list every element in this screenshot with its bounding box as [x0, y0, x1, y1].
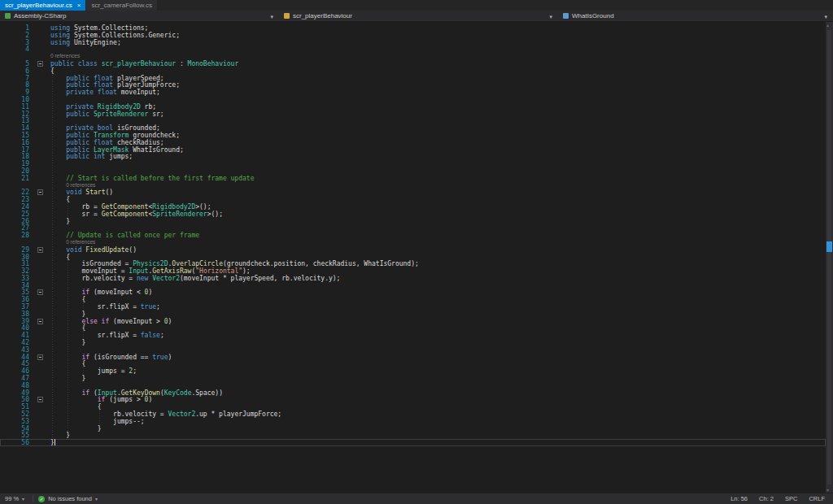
code-text: public class scr_playerBehaviour : MonoB… — [50, 60, 238, 67]
fold-margin — [29, 289, 50, 296]
tab-scr-camerafollow[interactable]: scr_cameraFollow.cs — [86, 0, 157, 11]
indent-guide — [68, 275, 68, 282]
code-row: 26 } — [0, 218, 826, 225]
fold-collapse-icon[interactable] — [37, 247, 43, 253]
fold-collapse-icon[interactable] — [37, 354, 43, 360]
chevron-down-icon — [270, 13, 273, 20]
indent-guide — [68, 354, 68, 361]
indent-guide — [68, 303, 68, 311]
code-row: 38 } — [0, 311, 826, 318]
line-number: 14 — [0, 124, 29, 132]
code-text: jumps = 2; — [50, 367, 137, 375]
code-text: rb.velocity = Vector2.up * playerJumpFor… — [50, 411, 281, 418]
issues-indicator[interactable]: No issues found — [38, 495, 98, 502]
type-dropdown[interactable]: scr_playerBehaviour — [279, 11, 558, 21]
indent-guide — [52, 396, 53, 403]
eol-indicator[interactable]: CRLF — [809, 495, 825, 502]
code-row: 46 jumps = 2; — [0, 367, 826, 375]
indent-guide — [68, 324, 68, 332]
line-number: 53 — [0, 418, 29, 425]
code-text: { — [50, 196, 70, 203]
indent-guide — [52, 403, 53, 411]
code-text: private float moveInput; — [50, 89, 160, 96]
fold-collapse-icon[interactable] — [37, 189, 43, 195]
indent-guide — [52, 96, 53, 103]
line-number: 24 — [0, 203, 29, 211]
codelens-references-link[interactable]: 0 references — [66, 239, 95, 246]
code-text: using UnityEngine; — [50, 39, 121, 46]
code-text: void Start() — [50, 189, 113, 196]
line-number: 32 — [0, 267, 29, 275]
indent-guide — [52, 303, 53, 311]
indent-guide — [52, 375, 53, 382]
fold-collapse-icon[interactable] — [37, 61, 43, 67]
code-row: 12 public SpriteRenderer sr; — [0, 111, 826, 118]
code-row: 30 { — [0, 254, 826, 261]
code-editor[interactable]: 1using System.Collections;2using System.… — [0, 22, 826, 493]
line-number: 44 — [0, 354, 29, 361]
indent-guide — [52, 111, 53, 118]
code-row: 11 private Rigidbody2D rb; — [0, 103, 826, 111]
indent-guide — [52, 189, 53, 196]
code-text: public float playerJumpForce; — [50, 81, 180, 89]
code-text: public float checkRadius; — [50, 139, 164, 146]
fold-margin — [29, 189, 50, 196]
codelens-references-link[interactable]: 0 references — [50, 53, 80, 60]
code-row: 47 } — [0, 375, 826, 382]
indent-guide — [99, 411, 100, 418]
code-row: 23 { — [0, 196, 826, 203]
fold-margin — [29, 318, 50, 325]
indent-guide — [52, 339, 53, 346]
codelens-row: 0 references — [0, 182, 826, 189]
code-text: } — [50, 218, 70, 225]
code-row: 32 moveInput = Input.GetAxisRaw("Horizon… — [0, 267, 826, 275]
indent-guide — [52, 203, 53, 211]
line-number: 37 — [0, 303, 29, 311]
tab-scr-playerbehaviour[interactable]: scr_playerBehaviour.cs — [0, 0, 85, 11]
indent-guide — [52, 182, 53, 189]
indent-guide — [52, 346, 53, 354]
line-number: 11 — [0, 103, 29, 111]
code-row: 39 else if (moveInput > 0) — [0, 318, 826, 325]
project-dropdown[interactable]: Assembly-CSharp — [0, 11, 279, 21]
indent-guide — [68, 367, 68, 375]
scrollbar-thumb[interactable] — [827, 30, 831, 484]
indent-guide — [52, 367, 53, 375]
code-text: private bool isGrounded; — [50, 124, 160, 132]
indent-guide — [52, 196, 53, 203]
indent-guide — [52, 124, 53, 132]
fold-collapse-icon[interactable] — [37, 319, 43, 324]
indent-guide — [52, 132, 53, 139]
indent-guide — [68, 360, 68, 367]
issues-label: No issues found — [48, 495, 92, 502]
indent-guide — [68, 289, 68, 296]
statusbar-separator — [33, 495, 33, 502]
indent-guide — [52, 282, 53, 289]
line-number: 7 — [0, 75, 29, 82]
fold-collapse-icon[interactable] — [37, 397, 43, 402]
code-row: 33 rb.velocity = new Vector2(moveInput *… — [0, 275, 826, 282]
indent-guide — [68, 411, 68, 418]
codelens-references-link[interactable]: 0 references — [66, 182, 95, 189]
close-icon[interactable] — [77, 2, 81, 9]
vertical-scrollbar[interactable] — [826, 22, 833, 493]
member-dropdown[interactable]: WhatIsGround — [558, 11, 833, 21]
indent-guide — [68, 296, 68, 303]
code-rows: 1using System.Collections;2using System.… — [0, 24, 826, 446]
indent-guide — [52, 224, 53, 232]
code-row: 7 public float playerSpeed; — [0, 75, 826, 82]
indent-guide — [52, 318, 53, 325]
indent-guide — [52, 167, 53, 175]
line-number: 2 — [0, 32, 29, 39]
spaces-indicator[interactable]: SPC — [785, 495, 797, 502]
fold-margin — [29, 246, 50, 254]
code-row: 16 public float checkRadius; — [0, 139, 826, 146]
indent-guide — [52, 175, 53, 182]
fold-collapse-icon[interactable] — [37, 289, 43, 295]
zoom-control[interactable]: 99 % — [0, 495, 28, 502]
code-text: public SpriteRenderer sr; — [50, 111, 164, 118]
line-number: 19 — [0, 160, 29, 167]
line-number: 9 — [0, 89, 29, 96]
line-number: 47 — [0, 375, 29, 382]
line-number: 45 — [0, 360, 29, 367]
